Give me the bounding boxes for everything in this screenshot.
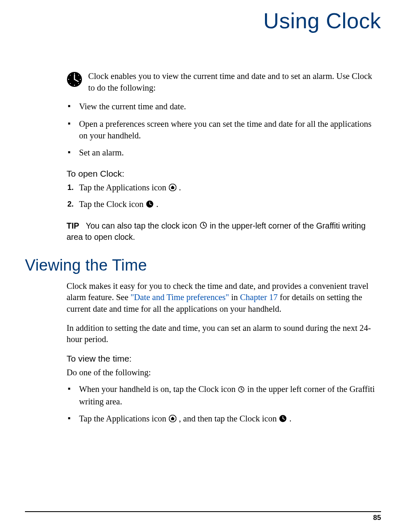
paragraph: Clock makes it easy for you to check the…	[67, 281, 377, 315]
lead-text: Do one of the following:	[67, 367, 377, 379]
tip-text: You can also tap the clock icon	[86, 221, 199, 230]
svg-point-3	[74, 85, 75, 86]
intro-row: Clock enables you to view the current ti…	[67, 71, 377, 94]
tip-label: TIP	[67, 221, 79, 230]
step-item: Tap the Clock icon .	[67, 199, 377, 211]
list-item: Tap the Applications icon , and then tap…	[67, 413, 377, 426]
home-icon	[169, 414, 176, 426]
clock-outline-icon	[200, 221, 207, 232]
svg-point-6	[78, 75, 79, 76]
list-item: Open a preferences screen where you can …	[67, 118, 377, 141]
list-item: View the current time and date.	[67, 101, 377, 113]
clock-filled-icon	[279, 414, 287, 426]
chapter-title: Using Clock	[25, 8, 381, 33]
svg-point-2	[74, 73, 75, 74]
step-text: Tap the Clock icon	[79, 200, 146, 209]
svg-point-8	[78, 83, 79, 84]
steps-list: Tap the Applications icon . Tap the Cloc…	[67, 182, 377, 211]
page-footer: 85	[25, 511, 381, 522]
sub-heading-open-clock: To open Clock:	[67, 168, 377, 180]
step-text: Tap the Applications icon	[79, 183, 168, 192]
step-text: .	[156, 200, 158, 209]
section-heading: Viewing the Time	[25, 255, 377, 276]
svg-point-4	[68, 79, 69, 80]
text: in	[229, 293, 240, 302]
home-icon	[169, 183, 176, 195]
list-item: When your handheld is on, tap the Clock …	[67, 384, 377, 407]
clock-filled-icon	[146, 200, 153, 211]
intro-bullet-list: View the current time and date. Open a p…	[67, 101, 377, 159]
step-text: .	[179, 183, 181, 192]
text: .	[289, 414, 291, 423]
clock-outline-icon	[238, 384, 245, 396]
page-number: 85	[373, 514, 381, 522]
link-chapter-17[interactable]: Chapter 17	[240, 293, 278, 302]
svg-point-5	[80, 79, 81, 80]
link-date-time-prefs[interactable]: "Date and Time preferences"	[131, 293, 229, 302]
text: , and then tap the Clock icon	[179, 414, 279, 423]
clock-app-icon	[67, 71, 82, 91]
svg-point-7	[70, 83, 71, 84]
list-item: Set an alarm.	[67, 147, 377, 159]
tip-block: TIP You can also tap the clock icon in t…	[67, 220, 377, 243]
text: Tap the Applications icon	[79, 414, 168, 423]
paragraph: In addition to setting the date and time…	[67, 323, 377, 345]
step-item: Tap the Applications icon .	[67, 182, 377, 195]
svg-point-9	[70, 75, 71, 76]
view-time-bullet-list: When your handheld is on, tap the Clock …	[67, 384, 377, 426]
sub-heading-view-time: To view the time:	[67, 353, 377, 365]
page: Using Clock Clock en	[0, 0, 406, 532]
text: When your handheld is on, tap the Clock …	[79, 384, 238, 394]
intro-text: Clock enables you to view the current ti…	[88, 71, 377, 94]
content-block: Clock enables you to view the current ti…	[67, 71, 377, 426]
